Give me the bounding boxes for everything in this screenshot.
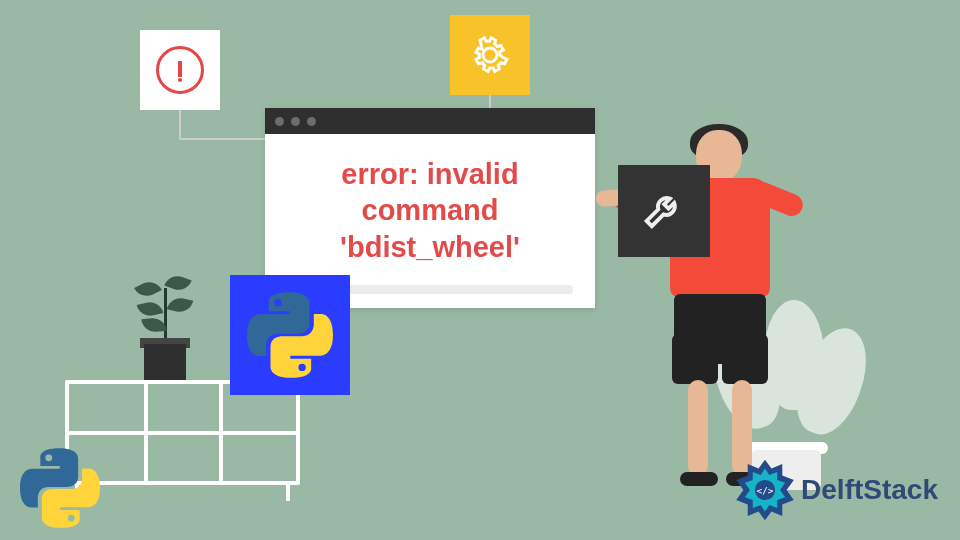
titlebar-dot	[291, 117, 300, 126]
error-card	[140, 30, 220, 110]
brand-text: DelftStack	[801, 474, 938, 506]
plant-decoration	[130, 268, 200, 380]
error-message-line: error: invalid	[287, 156, 573, 192]
shelf-decoration	[65, 380, 300, 485]
connector-line	[179, 110, 181, 140]
error-message-line: command	[287, 192, 573, 228]
wrench-icon	[638, 185, 690, 237]
illustration-canvas: error: invalid command 'bdist_wheel'	[0, 0, 960, 540]
settings-card	[450, 15, 530, 95]
titlebar-dot	[275, 117, 284, 126]
python-logo-icon	[247, 292, 333, 378]
delftstack-brand: </> DelftStack	[729, 454, 938, 526]
connector-line	[179, 138, 269, 140]
browser-body: error: invalid command 'bdist_wheel'	[265, 134, 595, 279]
wrench-card	[618, 165, 710, 257]
titlebar-dot	[307, 117, 316, 126]
python-logo-icon	[20, 448, 100, 528]
delftstack-logo-icon: </>	[729, 454, 801, 526]
alert-circle-icon	[156, 46, 204, 94]
gear-icon	[468, 33, 512, 77]
svg-text:</>: </>	[757, 485, 774, 496]
python-card	[230, 275, 350, 395]
browser-titlebar	[265, 108, 595, 134]
error-message-line: 'bdist_wheel'	[287, 229, 573, 265]
python-corner-logo	[20, 448, 100, 528]
